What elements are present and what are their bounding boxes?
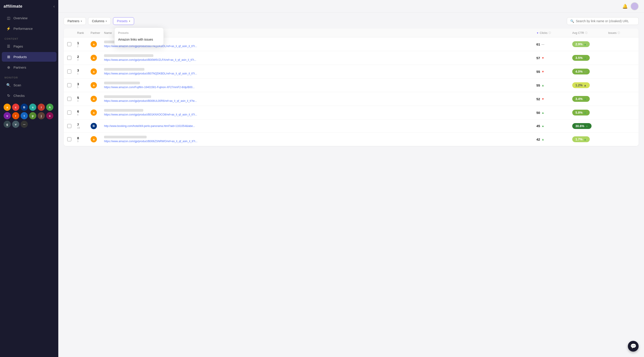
search-input[interactable] (576, 19, 635, 23)
row-checkbox[interactable] (67, 97, 71, 101)
scan-icon: 🔍 (6, 83, 11, 87)
name-cell: https://www.amazon.com/gp/product/B07NQD… (104, 68, 536, 75)
product-link[interactable]: https://www.amazon.com/Fujifilm-16401581… (104, 86, 212, 89)
columns-filter-button[interactable]: Columns ▾ (88, 17, 111, 25)
product-link[interactable]: https://www.amazon.com/gp/product/B00W6V… (104, 58, 212, 62)
partner-icon-viglink[interactable]: v (4, 112, 11, 119)
sidebar-item-pages[interactable]: ☰ Pages (2, 42, 56, 51)
columns-filter-label: Columns (92, 19, 104, 23)
rank-cell: 3 1 (77, 68, 90, 75)
name-cell: https://www.amazon.com/gp/product/B01KNX… (104, 109, 536, 116)
avgctr-info-icon[interactable]: ⓘ (585, 31, 588, 34)
monitor-section-label: MONITOR (0, 73, 58, 80)
rank-prev: 19 (77, 126, 80, 129)
row-checkbox[interactable] (67, 83, 71, 87)
row-checkbox[interactable] (67, 124, 71, 128)
content-area: Partners ▾ Columns ▾ Presets ▾ Presets A… (58, 13, 644, 357)
partner-icon-r[interactable]: r (12, 112, 19, 119)
partners-chevron-icon: ▾ (81, 20, 82, 23)
partner-icon-cj[interactable]: c (12, 104, 19, 111)
partner-icon-impact[interactable]: i (38, 104, 45, 111)
sidebar-item-label: Performance (14, 27, 33, 30)
rank-cell: 1 2 (77, 41, 90, 48)
rank-cell: 8 9 (77, 136, 90, 142)
sidebar-item-label: Products (14, 55, 27, 59)
product-link[interactable]: https://www.amazon.com/gp/product/B006UL… (104, 99, 212, 102)
ctr-cell: 1.2% ▲ (572, 82, 608, 88)
partner-icon-booking[interactable]: B (21, 104, 28, 111)
sidebar: affilimate ‹ ◫ Overview ⚡ Performance CO… (0, 0, 58, 357)
partner-icon-amazon[interactable]: a (4, 104, 11, 111)
ctr-trend-icon: ▲ (584, 84, 586, 87)
row-checkbox[interactable] (67, 70, 71, 74)
rank-prev: 3 (77, 58, 78, 61)
topbar: 🔔 (58, 0, 644, 13)
partner-icon-t[interactable]: t (21, 112, 28, 119)
ctr-cell: 3.5% ▲ (572, 55, 608, 61)
rank-prev: 9 (77, 140, 78, 142)
rank-cell: 6 6 (77, 110, 90, 116)
clicks-trend-icon: ▲ (542, 84, 544, 87)
partner-icon-g[interactable]: g (4, 121, 11, 128)
partner-icon-p[interactable]: p (29, 112, 36, 119)
ctr-cell: 5.8% ▲ (572, 110, 608, 116)
notification-bell-icon[interactable]: 🔔 (622, 4, 628, 9)
pages-icon: ☰ (6, 44, 11, 48)
clicks-trend-icon: — (542, 42, 544, 46)
ctr-badge: 3.5% ▲ (572, 55, 590, 61)
toolbar: Partners ▾ Columns ▾ Presets ▾ Presets A… (64, 17, 638, 25)
partner-avatar: a (90, 96, 97, 102)
collapse-sidebar-button[interactable]: ‹ (53, 4, 55, 9)
products-table: Rank Partner Name ▼ Clicks ⓘ Avg CTR ⓘ (64, 28, 638, 146)
rank-current: 8 (77, 136, 79, 140)
rank-current: 3 (77, 68, 79, 72)
chat-button[interactable]: 💬 (628, 341, 638, 352)
rank-prev: 4 (77, 100, 78, 102)
partner-avatar: a (90, 41, 97, 47)
sidebar-item-products[interactable]: ⊞ Products (2, 52, 56, 62)
row-checkbox[interactable] (67, 137, 71, 141)
partner-icon-x[interactable]: x (46, 112, 53, 119)
row-checkbox[interactable] (67, 42, 71, 46)
clicks-trend-icon: ▼ (542, 70, 544, 73)
partner-icon-j[interactable]: j (38, 112, 45, 119)
dropdown-item-amazon-issues[interactable]: Amazon links with issues (114, 36, 164, 44)
clicks-trend-icon: ▲ (542, 111, 544, 114)
product-link[interactable]: http://www.booking.com/hotel/it/il-perlo… (104, 124, 212, 128)
rank-prev: 1 (77, 72, 78, 75)
partner-icon-more[interactable]: ··· (21, 121, 28, 128)
partners-filter-button[interactable]: Partners ▾ (64, 17, 86, 25)
sidebar-item-performance[interactable]: ⚡ Performance (2, 24, 56, 34)
issues-info-icon[interactable]: ⓘ (618, 31, 620, 34)
name-blur (104, 136, 147, 138)
product-link[interactable]: https://www.amazon.com/gp/product/B01KNX… (104, 113, 212, 116)
sidebar-item-partners[interactable]: ⊕ Partners (2, 62, 56, 72)
partner-icon-v2[interactable]: v (12, 121, 19, 128)
row-checkbox[interactable] (67, 110, 71, 114)
row-checkbox[interactable] (67, 56, 71, 60)
sidebar-item-scan[interactable]: 🔍 Scan (2, 80, 56, 90)
product-link[interactable]: https://www.amazon.com/gp/product/B07NQD… (104, 72, 212, 75)
presets-filter-label: Presets (117, 19, 127, 23)
product-link[interactable]: https://www.amazon.com/gp/product/B006ZS… (104, 140, 212, 143)
sidebar-header: affilimate ‹ (0, 0, 58, 13)
partner-icon-shareasale[interactable]: s (29, 104, 36, 111)
presets-filter-button[interactable]: Presets ▾ (113, 17, 134, 25)
clicks-info-icon[interactable]: ⓘ (548, 31, 551, 34)
sidebar-item-checks[interactable]: ↻ Checks (2, 91, 56, 100)
rank-cell: 2 3 (77, 55, 90, 61)
table-row: 6 6 a https://www.amazon.com/gp/product/… (64, 106, 638, 120)
clicks-cell: 52 ▼ (536, 97, 572, 101)
app-logo: affilimate (4, 4, 22, 9)
name-blur (104, 95, 151, 98)
name-cell: http://www.booking.com/hotel/it/il-perlo… (104, 124, 536, 128)
clicks-sort-icon: ▼ (536, 32, 539, 34)
search-icon: 🔍 (570, 19, 574, 23)
ctr-cell: 1.7% ▲ (572, 136, 608, 142)
search-box: 🔍 (567, 17, 638, 25)
sidebar-item-overview[interactable]: ◫ Overview (2, 13, 56, 23)
rank-cell: 5 4 (77, 96, 90, 102)
user-avatar[interactable] (630, 2, 638, 10)
partners-icon: ⊕ (6, 65, 11, 70)
partner-icon-awin[interactable]: A (46, 104, 53, 111)
